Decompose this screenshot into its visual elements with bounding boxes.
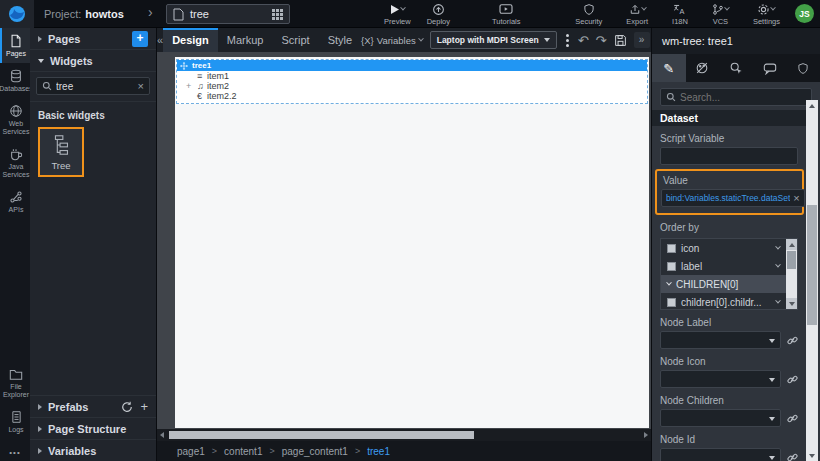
script-variable-input[interactable] [660,147,798,165]
chevron-down-icon[interactable] [775,298,781,304]
security-button[interactable]: Security [567,3,610,26]
scrollbar-thumb[interactable] [169,431,474,439]
tab-script[interactable]: Script [273,28,319,52]
user-avatar[interactable]: JS [795,4,814,23]
page-selector[interactable]: tree [166,4,290,24]
node-children-select[interactable] [660,409,781,427]
node-label-select[interactable] [660,331,781,349]
redo-button[interactable]: ↷ [596,34,607,47]
property-search-box[interactable] [660,88,812,106]
prefabs-section-header[interactable]: Prefabs + [30,395,156,417]
tab-style[interactable]: Style [319,28,361,52]
sidebar-item-pages[interactable]: Pages [0,28,30,63]
order-by-row-label: label [681,261,702,272]
tab-inspect[interactable] [719,54,753,82]
grid-icon[interactable] [272,9,283,20]
collapse-right-panel-button[interactable]: » [634,32,650,48]
clear-search-icon[interactable]: × [138,81,144,92]
add-page-button[interactable]: + [132,31,148,47]
i18n-button[interactable]: A I18N [664,3,696,26]
scrollbar-track[interactable] [167,429,641,441]
settings-button[interactable]: Settings [745,3,788,26]
order-by-scrollbar[interactable] [786,239,797,309]
pages-section-header[interactable]: Pages + [30,28,156,50]
sidebar-item-databases[interactable]: Databases [0,63,30,98]
app-logo[interactable] [0,0,34,28]
tab-design[interactable]: Design [163,28,218,52]
refresh-icon[interactable] [121,401,133,413]
add-prefab-icon[interactable]: + [140,400,148,413]
order-by-group-children[interactable]: CHILDREN[0] [661,275,786,293]
toolbar-right-cluster: {X} Variables Laptop with MDPI Screen ↶ … [361,31,653,49]
page-structure-section-header[interactable]: Page Structure [30,417,156,439]
export-button[interactable]: Export [618,3,656,26]
device-selector[interactable]: Laptop with MDPI Screen [430,31,557,49]
value-binding-row: bind:Variables.staticTree.dataSet × [657,189,802,207]
page-canvas[interactable]: tree1 ≡ item1 + ♫ item2 € item2.2 [175,57,649,428]
scroll-up-button[interactable] [786,239,797,250]
breadcrumb-tree1[interactable]: tree1 [367,446,390,457]
scroll-up-button[interactable] [806,100,818,111]
breadcrumb-page1[interactable]: page1 [177,446,205,457]
checkbox-icon[interactable] [667,298,676,307]
tree-widget-card[interactable]: Tree [38,127,84,177]
widget-search-box[interactable]: × [36,77,150,95]
property-search-input[interactable] [680,92,806,103]
vcs-button[interactable]: VCS [704,3,737,26]
order-by-row-children[interactable]: children[0].childr... [661,293,786,310]
scroll-left-button[interactable] [157,432,167,438]
undo-button[interactable]: ↶ [578,34,589,47]
tab-security[interactable] [786,54,820,82]
chevron-down-icon[interactable] [775,262,781,268]
sidebar-item-java-services[interactable]: Java Services [0,141,30,184]
canvas-horizontal-scrollbar[interactable] [157,429,651,441]
tree-node-item2-2[interactable]: € item2.2 [177,91,647,101]
bind-node-label-icon[interactable] [787,335,798,346]
tab-properties[interactable]: ✎ [652,54,686,82]
sidebar-item-file-explorer[interactable]: File Explorer [0,362,30,404]
tree-widget-instance[interactable]: tree1 ≡ item1 + ♫ item2 € item2.2 [176,59,648,104]
scroll-down-button[interactable] [786,298,797,309]
tree-node-item1[interactable]: ≡ item1 [177,71,647,81]
more-options-button[interactable] [564,34,571,47]
tab-device[interactable] [753,54,787,82]
tutorials-button[interactable]: Tutorials [484,3,528,26]
order-by-row-label: children[0].childr... [681,297,762,308]
chevron-down-icon[interactable] [775,244,781,250]
node-icon-select[interactable] [660,370,781,388]
music-icon: ♫ [197,82,207,91]
clear-value-icon[interactable]: × [793,193,799,204]
tree-node-item2[interactable]: + ♫ item2 [177,81,647,91]
sidebar-item-logs[interactable]: Logs [0,404,30,439]
inspector-scrollbar[interactable] [806,100,818,461]
sidebar-item-web-services[interactable]: Web Services [0,98,30,141]
order-by-row-label[interactable]: label [661,257,786,275]
preview-button[interactable]: Preview [376,3,419,26]
variables-dropdown[interactable]: {X} Variables [361,35,423,46]
breadcrumb-content1[interactable]: content1 [224,446,262,457]
breadcrumb-page-content1[interactable]: page_content1 [282,446,348,457]
tab-markup[interactable]: Markup [218,28,273,52]
more-options-icon[interactable]: ••• [0,448,30,457]
bind-node-icon-icon[interactable] [787,374,798,385]
save-button[interactable] [614,34,627,47]
tree-widget-selection-header[interactable]: tree1 [177,60,647,71]
scroll-right-button[interactable] [641,432,651,438]
expand-node-icon[interactable]: + [186,82,191,91]
sidebar-item-apis[interactable]: APIs [0,184,30,219]
order-by-row-icon[interactable]: icon [661,239,786,257]
scroll-down-button[interactable] [806,450,818,461]
node-id-select[interactable] [660,448,781,461]
value-input[interactable]: bind:Variables.staticTree.dataSet × [661,189,805,207]
widgets-section-header[interactable]: Widgets [30,50,156,72]
bind-node-children-icon[interactable] [787,413,798,424]
scrollbar-thumb[interactable] [787,251,796,269]
tab-styles[interactable] [686,54,720,82]
deploy-button[interactable]: Deploy [419,3,458,26]
widget-search-input[interactable] [56,81,134,92]
variables-section-header[interactable]: Variables [30,439,156,461]
bind-node-id-icon[interactable] [787,452,798,461]
checkbox-icon[interactable] [667,244,676,253]
scrollbar-thumb[interactable] [807,205,817,325]
checkbox-icon[interactable] [667,262,676,271]
